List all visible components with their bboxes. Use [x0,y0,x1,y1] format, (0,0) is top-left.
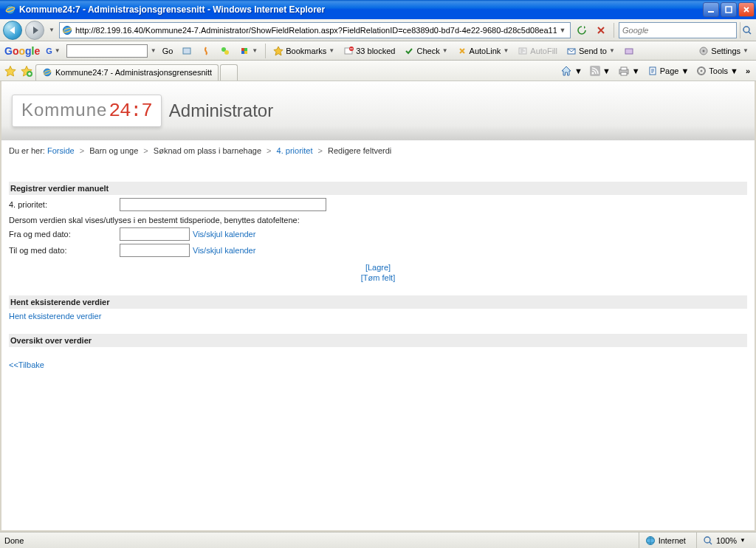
priority-label: 4. prioritet: [9,200,120,209]
google-tb-icon-4[interactable]: ▼ [236,44,261,58]
address-box: ▼ [59,22,571,38]
print-button[interactable]: ▼ [615,64,643,78]
svg-point-35 [704,537,710,543]
svg-point-10 [224,50,229,55]
breadcrumb: Du er her: Forside > Barn og unge > Søkn… [1,140,755,161]
page-icon [61,24,73,36]
active-tab[interactable]: Kommune24:7 - Administrasjonsgrensesnitt [35,64,219,81]
svg-rect-3 [726,7,732,13]
forward-button[interactable] [25,21,44,40]
google-toolbar: Google G▼ ▼ Go ▼ Bookmarks▼ 33 blocked C… [0,41,756,61]
tools-menu-button[interactable]: Tools▼ [693,64,741,78]
date-hint: Dersom verdien skal vises/utlyses i en b… [9,216,747,225]
priority-input[interactable] [120,198,326,211]
autolink-button[interactable]: AutoLink▼ [454,44,512,58]
browser-search-box [619,22,737,38]
autofill-button[interactable]: AutoFill [515,44,560,58]
svg-point-22 [703,49,705,52]
google-tb-icon-5[interactable] [621,44,637,58]
svg-rect-11 [241,48,244,51]
ie-icon [4,4,16,16]
close-button[interactable] [738,2,755,17]
svg-line-7 [749,32,751,34]
google-search-input[interactable] [66,44,148,58]
home-button[interactable]: ▼ [557,64,585,78]
address-bar-row: ▼ ▼ [0,19,756,41]
toggle-calendar-to[interactable]: Vis/skjul kalender [193,246,255,255]
new-tab-button[interactable] [220,64,238,81]
settings-button[interactable]: Settings▼ [695,44,752,58]
window-title: Kommune24:7 - Administrasjonsgrensesnitt… [19,4,703,15]
check-button[interactable]: Check▼ [401,44,450,58]
app-subtitle: Administrator [169,100,273,121]
browser-search-input[interactable] [622,26,733,35]
fetch-existing-link[interactable]: Hent eksisterende verdier [9,312,101,321]
save-link[interactable]: [Lagre] [9,263,747,272]
address-dropdown[interactable]: ▼ [557,27,568,34]
svg-point-6 [743,27,749,32]
svg-point-27 [591,72,594,74]
breadcrumb-prioritet[interactable]: 4. prioritet [277,146,313,155]
svg-rect-8 [183,48,190,54]
favorites-bar: Kommune24:7 - Administrasjonsgrensesnitt… [0,61,756,81]
svg-rect-2 [708,11,714,13]
tab-label: Kommune24:7 - Administrasjonsgrensesnitt [55,68,212,77]
app-logo: Kommune 24:7 [12,95,162,127]
svg-rect-30 [621,72,627,75]
clear-link[interactable]: [Tøm felt] [9,273,747,282]
to-date-input[interactable] [120,244,190,257]
add-favorite-icon[interactable] [19,64,34,78]
svg-rect-12 [244,48,247,51]
sendto-button[interactable]: Send to▼ [563,44,618,58]
google-go-button[interactable]: Go [159,45,176,57]
favorites-star-icon[interactable] [3,64,18,78]
security-zone[interactable]: Internet [639,532,692,548]
svg-rect-17 [350,48,353,49]
section-register-header: Registrer verdier manuelt [9,182,747,195]
page-header: Kommune 24:7 Administrator [1,81,755,140]
minimize-button[interactable] [703,2,719,17]
page-content: Kommune 24:7 Administrator Du er her: Fo… [0,81,756,532]
section-fetch-header: Hent eksisterende verdier [9,295,747,309]
from-date-input[interactable] [120,227,190,241]
address-input[interactable] [75,26,557,35]
back-button[interactable] [3,21,22,40]
search-button[interactable] [740,22,753,38]
google-logo: Google [4,45,40,57]
feeds-button[interactable]: ▼ [587,64,614,78]
toggle-calendar-from[interactable]: Vis/skjul kalender [193,230,255,239]
popup-blocked-button[interactable]: 33 blocked [340,44,398,58]
breadcrumb-current: Redigere feltverdi [328,146,391,155]
back-link[interactable]: <<Tilbake [9,360,44,369]
zoom-control[interactable]: 100% ▼ [696,532,752,548]
breadcrumb-soknad: Søknad om plass i barnehage [154,146,261,155]
maximize-button[interactable] [721,2,737,17]
breadcrumb-forside[interactable]: Forside [47,146,75,155]
google-search-dropdown[interactable]: ▼ [151,47,157,54]
to-date-label: Til og med dato: [9,246,120,255]
stop-button[interactable] [593,22,609,38]
svg-rect-13 [241,51,244,54]
svg-rect-20 [625,49,633,54]
svg-line-36 [709,542,712,544]
section-overview-header: Oversikt over verdier [9,334,747,347]
breadcrumb-barn: Barn og unge [89,146,138,155]
from-date-label: Fra og med dato: [9,230,120,239]
google-tb-icon-3[interactable] [217,44,233,58]
status-text: Done [4,536,24,545]
google-logo-menu[interactable]: G▼ [43,45,63,57]
refresh-button[interactable] [574,22,590,38]
google-tb-icon-1[interactable] [179,44,195,58]
window-titlebar: Kommune24:7 - Administrasjonsgrensesnitt… [0,0,756,19]
svg-point-33 [701,69,703,72]
nav-history-dropdown[interactable]: ▼ [47,27,56,33]
more-commands[interactable]: » [743,65,753,77]
svg-rect-14 [244,51,247,54]
separator [614,23,614,38]
status-bar: Done Internet 100% ▼ [0,532,756,548]
page-menu-button[interactable]: Page▼ [645,64,693,78]
google-tb-icon-2[interactable] [198,44,214,58]
svg-rect-29 [621,67,627,70]
bookmarks-button[interactable]: Bookmarks▼ [270,44,337,58]
